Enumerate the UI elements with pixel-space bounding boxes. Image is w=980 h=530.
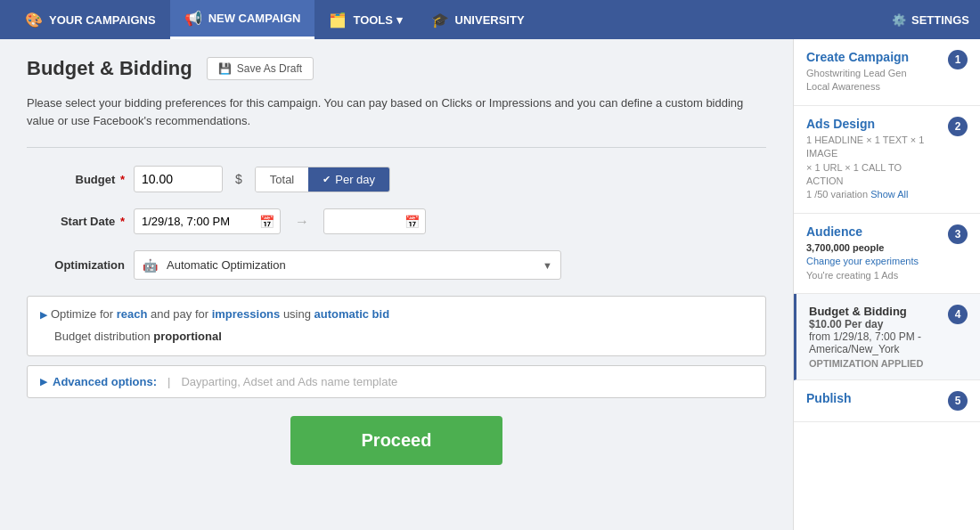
change-experiments-link[interactable]: Change your experiments	[806, 256, 919, 266]
sidebar-badge-1: 1	[948, 50, 968, 69]
calendar-end-icon[interactable]: 📅	[404, 215, 420, 229]
proceed-wrap: Proceed	[27, 416, 766, 465]
info-toggle: ▶ Optimize for reach and pay for impress…	[40, 306, 753, 324]
optimization-row: Optimization 🤖 Automatic Optimization Ma…	[27, 250, 766, 280]
optimization-info-box: ▶ Optimize for reach and pay for impress…	[27, 296, 766, 356]
nav-university[interactable]: 🎓 UNIVERSITY	[417, 0, 539, 39]
optimization-label: Optimization	[27, 258, 125, 272]
sidebar-item-budget-bidding[interactable]: Budget & Bidding $10.00 Per day from 1/2…	[794, 294, 980, 380]
calendar-start-icon[interactable]: 📅	[259, 215, 274, 229]
sidebar-item-audience[interactable]: Audience 3,700,000 people Change your ex…	[794, 214, 980, 294]
sidebar-badge-5: 5	[948, 391, 968, 411]
save-draft-button[interactable]: 💾 Save As Draft	[207, 57, 314, 80]
sidebar-badge-3: 3	[948, 224, 968, 244]
proceed-button[interactable]: Proceed	[290, 416, 503, 465]
nav-tools[interactable]: 🗂️ TOOLS ▾	[314, 0, 416, 39]
toggle-total-button[interactable]: Total	[256, 167, 308, 192]
start-date-row: Start Date * 📅 → 📅	[27, 208, 766, 234]
optimization-select-wrap: 🤖 Automatic Optimization Manual Optimiza…	[134, 250, 561, 280]
proportional-text: proportional	[153, 330, 222, 343]
tools-icon: 🗂️	[329, 12, 347, 29]
end-date-input-wrap: 📅	[323, 208, 426, 234]
sidebar-sub-audience: 3,700,000 people Change your experiments…	[806, 241, 939, 282]
content-area: Budget & Bidding 💾 Save As Draft Please …	[0, 39, 793, 530]
advanced-separator: |	[167, 375, 170, 388]
date-arrow-separator: →	[295, 214, 309, 230]
sidebar: Create Campaign Ghostwriting Lead Gen Lo…	[793, 39, 980, 530]
main-layout: Budget & Bidding 💾 Save As Draft Please …	[0, 39, 980, 530]
megaphone-icon: 📢	[184, 10, 202, 27]
university-icon: 🎓	[431, 12, 449, 29]
draft-icon: 💾	[218, 62, 232, 75]
budget-row: Budget * $ Total ✔ Per day	[27, 166, 766, 192]
advanced-hint: Dayparting, Adset and Ads name template	[181, 375, 397, 388]
gear-icon: ⚙️	[892, 13, 906, 27]
currency-symbol: $	[235, 172, 242, 186]
check-icon: ✔	[323, 174, 331, 185]
sidebar-badge-4: 4	[948, 305, 968, 324]
page-header: Budget & Bidding 💾 Save As Draft	[27, 57, 766, 80]
advanced-arrow-icon: ▶	[40, 376, 47, 387]
sidebar-detail-budget-bidding: $10.00 Per day from 1/29/18, 7:00 PM - A…	[809, 318, 939, 355]
sidebar-title-create-campaign: Create Campaign	[806, 50, 939, 64]
sidebar-sub-ads-design: 1 HEADLINE × 1 TEXT × 1 IMAGE × 1 URL × …	[806, 134, 939, 202]
sidebar-item-ads-design[interactable]: Ads Design 1 HEADLINE × 1 TEXT × 1 IMAGE…	[794, 106, 980, 214]
sidebar-badge-2: 2	[948, 117, 968, 136]
sidebar-title-publish: Publish	[806, 391, 939, 405]
sidebar-title-audience: Audience	[806, 224, 939, 239]
budget-input[interactable]	[134, 166, 223, 192]
impressions-text: impressions	[212, 307, 281, 321]
toggle-arrow-icon: ▶	[40, 307, 47, 323]
sidebar-item-publish[interactable]: Publish 5	[794, 380, 980, 422]
start-date-input-wrap: 📅	[134, 208, 281, 234]
sidebar-title-ads-design: Ads Design	[806, 117, 939, 131]
end-date-input[interactable]	[330, 209, 401, 233]
sidebar-sub-create-campaign: Ghostwriting Lead Gen Local Awareness	[806, 67, 939, 94]
automatic-text: automatic bid	[314, 307, 390, 321]
divider	[27, 147, 766, 148]
nav-settings[interactable]: ⚙️ SETTINGS	[892, 13, 969, 27]
show-all-link[interactable]: Show All	[870, 189, 908, 200]
reach-text: reach	[117, 307, 148, 321]
advanced-options-box: ▶ Advanced options: | Dayparting, Adset …	[27, 365, 766, 398]
start-date-label: Start Date *	[27, 215, 125, 228]
nav-new-campaign[interactable]: 📢 NEW CAMPAIGN	[170, 0, 315, 39]
sidebar-title-budget-bidding: Budget & Bidding	[809, 305, 939, 318]
advanced-options-label[interactable]: Advanced options:	[53, 375, 157, 388]
description-text: Please select your bidding preferences f…	[27, 94, 757, 129]
sidebar-item-create-campaign[interactable]: Create Campaign Ghostwriting Lead Gen Lo…	[794, 39, 980, 106]
toggle-perday-button[interactable]: ✔ Per day	[308, 167, 389, 192]
palette-icon: 🎨	[25, 12, 43, 29]
start-date-input[interactable]	[140, 209, 256, 233]
required-star2: *	[120, 215, 125, 228]
sidebar-status-budget: OPTIMIZATION APPLIED	[809, 358, 939, 369]
optimization-select[interactable]: Automatic Optimization Manual Optimizati…	[134, 250, 561, 280]
optimization-icon: 🤖	[143, 258, 158, 273]
required-star: *	[120, 173, 125, 186]
budget-label: Budget *	[27, 173, 125, 186]
budget-toggle: Total ✔ Per day	[255, 167, 390, 192]
top-navigation: 🎨 YOUR CAMPAIGNS 📢 NEW CAMPAIGN 🗂️ TOOLS…	[0, 0, 980, 39]
page-title: Budget & Bidding	[27, 57, 192, 80]
nav-your-campaigns[interactable]: 🎨 YOUR CAMPAIGNS	[11, 0, 170, 39]
